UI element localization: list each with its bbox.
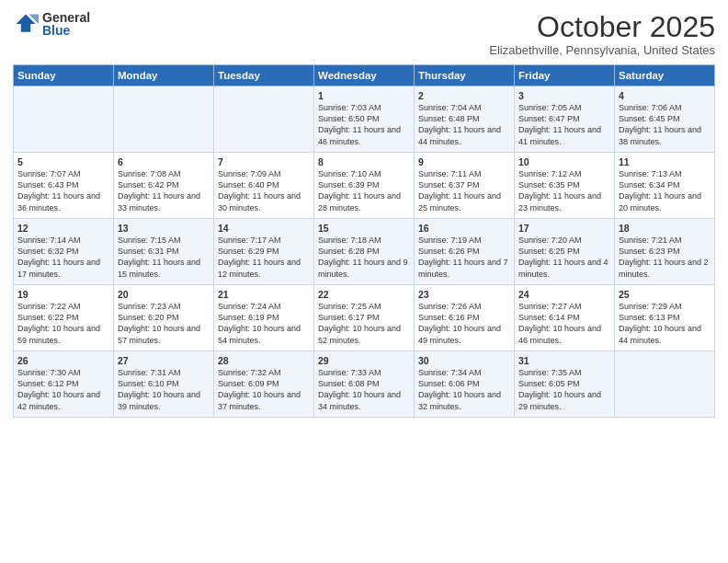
day-number: 1 [318, 90, 410, 101]
day-cell: 29Sunrise: 7:33 AM Sunset: 6:08 PM Dayli… [314, 351, 415, 418]
day-info: Sunrise: 7:20 AM Sunset: 6:25 PM Dayligh… [518, 235, 610, 280]
day-number: 26 [17, 355, 109, 366]
day-number: 24 [518, 289, 610, 300]
day-header-tuesday: Tuesday [214, 65, 314, 86]
day-info: Sunrise: 7:10 AM Sunset: 6:39 PM Dayligh… [318, 168, 410, 213]
day-info: Sunrise: 7:29 AM Sunset: 6:13 PM Dayligh… [619, 301, 711, 346]
week-row-4: 19Sunrise: 7:22 AM Sunset: 6:22 PM Dayli… [14, 285, 715, 351]
logo-text: General Blue [42, 11, 90, 37]
day-info: Sunrise: 7:13 AM Sunset: 6:34 PM Dayligh… [619, 168, 711, 213]
week-row-5: 26Sunrise: 7:30 AM Sunset: 6:12 PM Dayli… [14, 351, 715, 418]
day-cell: 18Sunrise: 7:21 AM Sunset: 6:23 PM Dayli… [615, 219, 715, 285]
day-cell [14, 86, 114, 153]
day-number: 16 [418, 223, 510, 234]
day-cell: 6Sunrise: 7:08 AM Sunset: 6:42 PM Daylig… [114, 153, 214, 219]
day-number: 2 [418, 90, 510, 101]
day-number: 18 [619, 223, 711, 234]
day-cell: 10Sunrise: 7:12 AM Sunset: 6:35 PM Dayli… [515, 153, 615, 219]
logo: General Blue [13, 11, 90, 37]
day-number: 25 [619, 289, 711, 300]
day-info: Sunrise: 7:19 AM Sunset: 6:26 PM Dayligh… [418, 235, 510, 280]
day-info: Sunrise: 7:12 AM Sunset: 6:35 PM Dayligh… [518, 168, 610, 213]
day-info: Sunrise: 7:30 AM Sunset: 6:12 PM Dayligh… [17, 367, 109, 412]
day-info: Sunrise: 7:05 AM Sunset: 6:47 PM Dayligh… [518, 102, 610, 147]
day-cell: 8Sunrise: 7:10 AM Sunset: 6:39 PM Daylig… [314, 153, 415, 219]
day-cell: 23Sunrise: 7:26 AM Sunset: 6:16 PM Dayli… [415, 285, 515, 351]
day-info: Sunrise: 7:03 AM Sunset: 6:50 PM Dayligh… [318, 102, 410, 147]
day-number: 20 [118, 289, 210, 300]
calendar-container: General Blue October 2025 Elizabethville… [0, 0, 728, 563]
day-cell: 27Sunrise: 7:31 AM Sunset: 6:10 PM Dayli… [114, 351, 214, 418]
day-cell: 9Sunrise: 7:11 AM Sunset: 6:37 PM Daylig… [415, 153, 515, 219]
day-info: Sunrise: 7:32 AM Sunset: 6:09 PM Dayligh… [218, 367, 310, 412]
day-header-friday: Friday [515, 65, 615, 86]
day-info: Sunrise: 7:08 AM Sunset: 6:42 PM Dayligh… [118, 168, 210, 213]
day-cell [114, 86, 214, 153]
logo-general: General [42, 11, 90, 24]
day-info: Sunrise: 7:17 AM Sunset: 6:29 PM Dayligh… [218, 235, 310, 280]
day-cell: 2Sunrise: 7:04 AM Sunset: 6:48 PM Daylig… [415, 86, 515, 153]
day-cell: 22Sunrise: 7:25 AM Sunset: 6:17 PM Dayli… [314, 285, 415, 351]
day-cell: 20Sunrise: 7:23 AM Sunset: 6:20 PM Dayli… [114, 285, 214, 351]
day-cell: 3Sunrise: 7:05 AM Sunset: 6:47 PM Daylig… [515, 86, 615, 153]
day-cell: 14Sunrise: 7:17 AM Sunset: 6:29 PM Dayli… [214, 219, 314, 285]
day-cell: 25Sunrise: 7:29 AM Sunset: 6:13 PM Dayli… [615, 285, 715, 351]
day-info: Sunrise: 7:14 AM Sunset: 6:32 PM Dayligh… [17, 235, 109, 280]
day-header-saturday: Saturday [615, 65, 715, 86]
day-info: Sunrise: 7:15 AM Sunset: 6:31 PM Dayligh… [118, 235, 210, 280]
day-cell: 28Sunrise: 7:32 AM Sunset: 6:09 PM Dayli… [214, 351, 314, 418]
calendar-table: SundayMondayTuesdayWednesdayThursdayFrid… [13, 64, 715, 418]
day-cell: 13Sunrise: 7:15 AM Sunset: 6:31 PM Dayli… [114, 219, 214, 285]
header: General Blue October 2025 Elizabethville… [13, 11, 715, 57]
day-cell: 12Sunrise: 7:14 AM Sunset: 6:32 PM Dayli… [14, 219, 114, 285]
week-row-3: 12Sunrise: 7:14 AM Sunset: 6:32 PM Dayli… [14, 219, 715, 285]
day-number: 28 [218, 355, 310, 366]
day-number: 14 [218, 223, 310, 234]
day-number: 4 [619, 90, 711, 101]
day-number: 19 [17, 289, 109, 300]
day-cell: 15Sunrise: 7:18 AM Sunset: 6:28 PM Dayli… [314, 219, 415, 285]
day-number: 17 [518, 223, 610, 234]
day-info: Sunrise: 7:34 AM Sunset: 6:06 PM Dayligh… [418, 367, 510, 412]
day-number: 7 [218, 156, 310, 167]
day-info: Sunrise: 7:21 AM Sunset: 6:23 PM Dayligh… [619, 235, 711, 280]
week-row-1: 1Sunrise: 7:03 AM Sunset: 6:50 PM Daylig… [14, 86, 715, 153]
day-info: Sunrise: 7:04 AM Sunset: 6:48 PM Dayligh… [418, 102, 510, 147]
day-number: 9 [418, 156, 510, 167]
day-info: Sunrise: 7:22 AM Sunset: 6:22 PM Dayligh… [17, 301, 109, 346]
day-info: Sunrise: 7:25 AM Sunset: 6:17 PM Dayligh… [318, 301, 410, 346]
title-section: October 2025 Elizabethville, Pennsylvani… [489, 11, 715, 57]
day-number: 15 [318, 223, 410, 234]
location: Elizabethville, Pennsylvania, United Sta… [489, 43, 715, 57]
day-number: 8 [318, 156, 410, 167]
day-cell: 1Sunrise: 7:03 AM Sunset: 6:50 PM Daylig… [314, 86, 415, 153]
day-info: Sunrise: 7:11 AM Sunset: 6:37 PM Dayligh… [418, 168, 510, 213]
day-info: Sunrise: 7:33 AM Sunset: 6:08 PM Dayligh… [318, 367, 410, 412]
day-header-wednesday: Wednesday [314, 65, 415, 86]
day-cell: 30Sunrise: 7:34 AM Sunset: 6:06 PM Dayli… [415, 351, 515, 418]
day-cell: 24Sunrise: 7:27 AM Sunset: 6:14 PM Dayli… [515, 285, 615, 351]
day-info: Sunrise: 7:26 AM Sunset: 6:16 PM Dayligh… [418, 301, 510, 346]
day-cell: 11Sunrise: 7:13 AM Sunset: 6:34 PM Dayli… [615, 153, 715, 219]
day-cell: 17Sunrise: 7:20 AM Sunset: 6:25 PM Dayli… [515, 219, 615, 285]
day-info: Sunrise: 7:18 AM Sunset: 6:28 PM Dayligh… [318, 235, 410, 280]
day-info: Sunrise: 7:07 AM Sunset: 6:43 PM Dayligh… [17, 168, 109, 213]
day-number: 27 [118, 355, 210, 366]
day-number: 29 [318, 355, 410, 366]
day-header-sunday: Sunday [14, 65, 114, 86]
day-number: 5 [17, 156, 109, 167]
day-number: 31 [518, 355, 610, 366]
day-cell: 26Sunrise: 7:30 AM Sunset: 6:12 PM Dayli… [14, 351, 114, 418]
day-cell: 16Sunrise: 7:19 AM Sunset: 6:26 PM Dayli… [415, 219, 515, 285]
day-cell: 21Sunrise: 7:24 AM Sunset: 6:19 PM Dayli… [214, 285, 314, 351]
day-cell [214, 86, 314, 153]
day-number: 30 [418, 355, 510, 366]
day-number: 21 [218, 289, 310, 300]
logo-blue: Blue [42, 24, 90, 37]
day-header-monday: Monday [114, 65, 214, 86]
day-cell: 7Sunrise: 7:09 AM Sunset: 6:40 PM Daylig… [214, 153, 314, 219]
day-number: 23 [418, 289, 510, 300]
month-title: October 2025 [489, 11, 715, 43]
day-number: 13 [118, 223, 210, 234]
day-cell: 4Sunrise: 7:06 AM Sunset: 6:45 PM Daylig… [615, 86, 715, 153]
